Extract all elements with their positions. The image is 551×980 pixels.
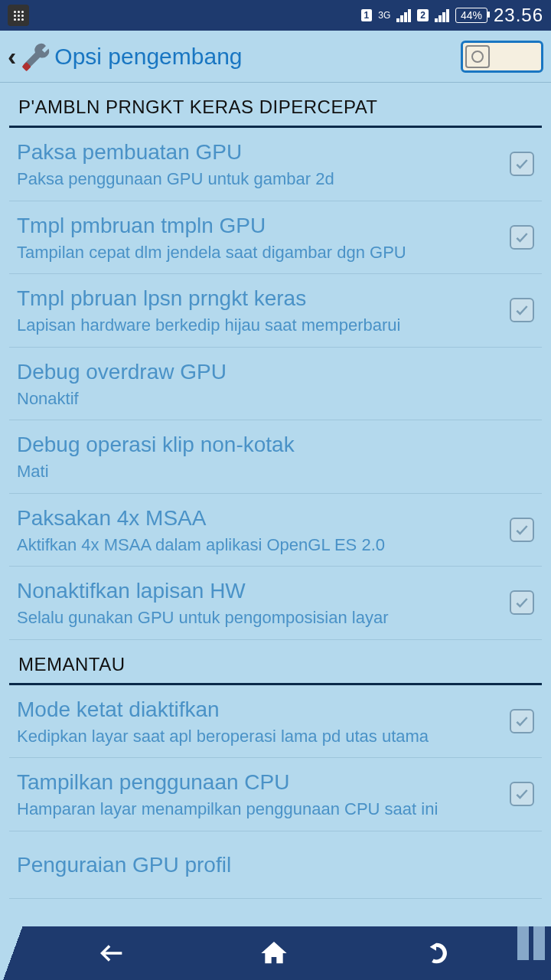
- developer-tools-icon[interactable]: [19, 41, 51, 73]
- row-title: Tampilkan penggunaan CPU: [17, 769, 502, 795]
- nav-decoration: [0, 926, 31, 980]
- row-title: Penguraian GPU profil: [17, 851, 527, 878]
- signal-icon-2: [435, 8, 449, 22]
- row-subtitle: Paksa penggunaan GPU untuk gambar 2d: [17, 168, 502, 190]
- row-subtitle: Aktifkan 4x MSAA dalam aplikasi OpenGL E…: [17, 534, 502, 556]
- settings-row[interactable]: Tmpl pmbruan tmpln GPUTampilan cepat dlm…: [9, 201, 542, 275]
- row-title: Mode ketat diaktifkan: [17, 696, 502, 723]
- back-icon[interactable]: ‹: [8, 41, 16, 71]
- checkbox[interactable]: [510, 709, 534, 733]
- settings-row[interactable]: Mode ketat diaktifkanKedipkan layar saat…: [9, 685, 542, 759]
- status-bar: 1 3G 2 44% 23.56: [0, 0, 551, 31]
- settings-row[interactable]: Paksa pembuatan GPUPaksa penggunaan GPU …: [9, 128, 542, 201]
- row-subtitle: Mati: [17, 461, 527, 482]
- signal-icon-1: [396, 8, 411, 22]
- settings-row[interactable]: Debug operasi klip non-kotakMati: [9, 420, 542, 494]
- row-title: Debug overdraw GPU: [17, 358, 527, 385]
- sim1-indicator: 1: [361, 9, 373, 21]
- master-toggle[interactable]: [461, 41, 543, 73]
- checkbox[interactable]: [510, 298, 534, 322]
- clock: 23.56: [494, 5, 543, 26]
- row-title: Paksakan 4x MSAA: [17, 505, 502, 531]
- nav-menu-button[interactable]: [517, 926, 545, 960]
- row-subtitle: Kedipkan layar saat apl beroperasi lama …: [17, 726, 502, 747]
- settings-row[interactable]: Tampilkan penggunaan CPUHamparan layar m…: [9, 758, 542, 831]
- toggle-knob-icon: [465, 45, 490, 68]
- row-title: Debug operasi klip non-kotak: [17, 431, 527, 458]
- sim2-indicator: 2: [417, 9, 429, 21]
- page-title: Opsi pengembang: [54, 44, 461, 70]
- row-title: Tmpl pmbruan tmpln GPU: [17, 212, 502, 239]
- checkbox[interactable]: [510, 152, 534, 176]
- settings-row[interactable]: Nonaktifkan lapisan HWSelalu gunakan GPU…: [9, 567, 542, 640]
- row-subtitle: Hamparan layar menampilkan penggunaan CP…: [17, 799, 502, 820]
- row-title: Nonaktifkan lapisan HW: [17, 577, 502, 604]
- row-subtitle: Selalu gunakan GPU untuk pengomposisian …: [17, 607, 502, 629]
- settings-row[interactable]: Tmpl pbruan lpsn prngkt kerasLapisan har…: [9, 274, 542, 348]
- network-3g-label: 3G: [378, 10, 390, 21]
- nav-recent-button[interactable]: [355, 926, 517, 980]
- settings-row[interactable]: Penguraian GPU profil: [9, 831, 542, 899]
- nav-home-button[interactable]: [193, 926, 355, 980]
- checkbox[interactable]: [510, 225, 534, 250]
- checkbox[interactable]: [510, 518, 534, 542]
- nav-back-button[interactable]: [31, 926, 193, 980]
- bbm-notification-icon: [8, 5, 29, 26]
- battery-indicator: 44%: [455, 8, 487, 23]
- row-subtitle: Tampilan cepat dlm jendela saat digambar…: [17, 242, 502, 263]
- settings-row[interactable]: Paksakan 4x MSAAAktifkan 4x MSAA dalam a…: [9, 494, 542, 567]
- row-title: Tmpl pbruan lpsn prngkt keras: [17, 285, 502, 312]
- checkbox[interactable]: [510, 782, 534, 806]
- app-bar: ‹ Opsi pengembang: [0, 31, 551, 83]
- section-header: MEMANTAU: [9, 640, 542, 685]
- checkbox[interactable]: [510, 590, 534, 615]
- settings-list[interactable]: P'AMBLN PRNGKT KERAS DIPERCEPATPaksa pem…: [0, 83, 551, 926]
- row-title: Paksa pembuatan GPU: [17, 139, 502, 165]
- section-header: P'AMBLN PRNGKT KERAS DIPERCEPAT: [9, 83, 542, 128]
- navigation-bar: [0, 926, 551, 980]
- row-subtitle: Lapisan hardware berkedip hijau saat mem…: [17, 315, 502, 336]
- settings-row[interactable]: Debug overdraw GPUNonaktif: [9, 348, 542, 421]
- row-subtitle: Nonaktif: [17, 388, 527, 410]
